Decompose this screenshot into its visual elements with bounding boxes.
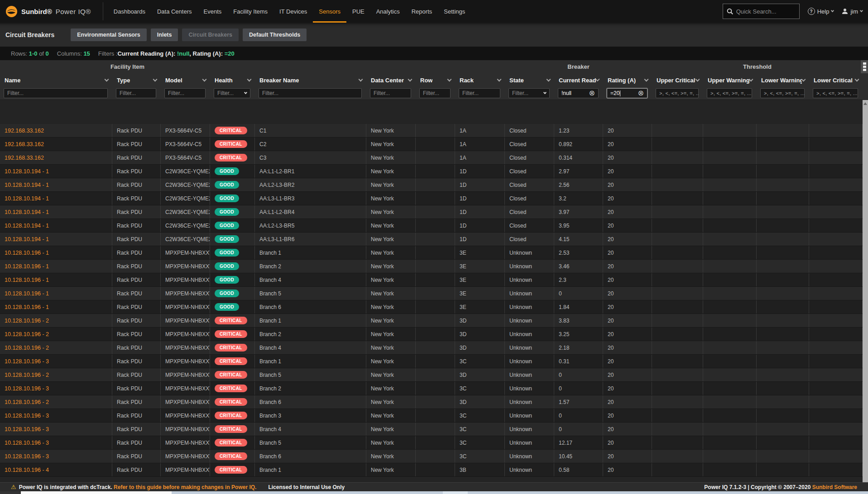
help-menu[interactable]: ? Help [808, 8, 834, 15]
table-row[interactable]: 10.128.10.196 - 2Rack PDUMPXPEM-NHBXXV3C… [0, 368, 863, 382]
table-row[interactable]: 192.168.33.162Rack PDUPX3-5664V-C5CRITIC… [0, 138, 863, 151]
tab-default-thresholds[interactable]: Default Thresholds [243, 28, 307, 41]
cell-name[interactable]: 192.168.33.162 [0, 138, 112, 151]
table-row[interactable]: 10.128.10.196 - 3Rack PDUMPXPEM-NHBXXV3C… [0, 382, 863, 395]
chevron-down-icon[interactable] [247, 77, 252, 81]
cell-name[interactable]: 10.128.10.194 - 1 [0, 178, 112, 191]
chevron-down-icon[interactable] [497, 77, 502, 81]
filter-type[interactable]: Filter... [116, 88, 156, 98]
scroll-up-icon[interactable] [863, 102, 867, 105]
table-row[interactable]: 10.128.10.196 - 1Rack PDUMPXPEM-NHBXXV3G… [0, 273, 863, 287]
clear-filter-icon[interactable]: ⊗ [638, 90, 644, 97]
cell-name[interactable]: 10.128.10.196 - 2 [0, 368, 112, 381]
table-row[interactable]: 10.128.10.196 - 3Rack PDUMPXPEM-NHBXXV3C… [0, 423, 863, 436]
chevron-down-icon[interactable] [105, 77, 109, 81]
sunbird-software-link[interactable]: Sunbird Software [812, 484, 857, 490]
column-header-current-reading[interactable]: Current Reading [554, 73, 603, 87]
clear-filter-icon[interactable]: ⊗ [589, 90, 595, 97]
table-row[interactable]: 10.128.10.196 - 1Rack PDUMPXPEM-NHBXXV3G… [0, 260, 863, 273]
cell-name[interactable]: 10.128.10.196 - 3 [0, 450, 112, 463]
table-row[interactable]: 10.128.10.194 - 1Rack PDUC2W36CE-YQME296… [0, 192, 863, 205]
table-row[interactable]: 10.128.10.196 - 1Rack PDUMPXPEM-NHBXXV3G… [0, 246, 863, 260]
nav-item-sensors[interactable]: Sensors [313, 0, 346, 23]
nav-item-facility-items[interactable]: Facility Items [227, 0, 273, 23]
cell-name[interactable]: 10.128.10.196 - 3 [0, 423, 112, 436]
search-input[interactable] [736, 8, 791, 15]
nav-item-dashboards[interactable]: Dashboards [108, 0, 151, 23]
chevron-down-icon[interactable] [547, 77, 551, 81]
cell-name[interactable]: 10.128.10.194 - 1 [0, 192, 112, 205]
table-row[interactable]: 10.128.10.196 - 2Rack PDUMPXPEM-NHBXXV3C… [0, 328, 863, 341]
column-header-upper-critical[interactable]: Upper Critical [652, 73, 703, 87]
chevron-down-icon[interactable] [695, 77, 700, 81]
cell-name[interactable]: 10.128.10.196 - 2 [0, 395, 112, 408]
column-header-lower-warning[interactable]: Lower Warning [757, 73, 809, 87]
filter-name[interactable]: Filter... [4, 88, 108, 98]
column-chooser-icon[interactable] [861, 60, 868, 73]
column-header-model[interactable]: Model [161, 73, 210, 87]
filter-data-center[interactable]: Filter... [370, 88, 411, 98]
filter-upper-critical[interactable]: >, <, <=, >=, =, ... [656, 88, 699, 98]
cell-name[interactable]: 192.168.33.162 [0, 151, 112, 164]
horizontal-scroll-thumb[interactable] [21, 491, 172, 494]
cell-name[interactable]: 10.128.10.196 - 1 [0, 273, 112, 286]
table-row[interactable]: 10.128.10.196 - 2Rack PDUMPXPEM-NHBXXV3C… [0, 395, 863, 409]
cell-name[interactable]: 10.128.10.196 - 3 [0, 409, 112, 422]
cell-name[interactable]: 10.128.10.196 - 3 [0, 436, 112, 449]
column-header-data-center[interactable]: Data Center [366, 73, 416, 87]
cell-name[interactable]: 10.128.10.196 - 1 [0, 260, 112, 273]
chevron-down-icon[interactable] [447, 77, 452, 81]
brand[interactable]: Sunbird® Power IQ® [5, 5, 98, 18]
filter-lower-warning[interactable]: >, <, <=, >=, =, ... [760, 88, 805, 98]
filter-row[interactable]: Filter... [419, 88, 451, 98]
chevron-down-icon[interactable] [153, 77, 158, 81]
cell-name[interactable]: 10.128.10.196 - 2 [0, 314, 112, 327]
table-row[interactable]: 10.128.10.194 - 1Rack PDUC2W36CE-YQME296… [0, 205, 863, 219]
column-header-health[interactable]: Health [210, 73, 255, 87]
filter-rack[interactable]: Filter... [459, 88, 500, 98]
cell-name[interactable]: 10.128.10.194 - 1 [0, 219, 112, 232]
nav-item-it-devices[interactable]: IT Devices [273, 0, 313, 23]
chevron-down-icon[interactable] [749, 77, 753, 81]
column-header-breaker-name[interactable]: Breaker Name [255, 73, 366, 87]
chevron-down-icon[interactable] [855, 77, 859, 81]
filter-breaker-name[interactable]: Filter... [259, 88, 362, 98]
filter-current-reading[interactable]: !null⊗ [558, 88, 599, 98]
chevron-down-icon[interactable] [202, 77, 207, 81]
column-header-state[interactable]: State [505, 73, 554, 87]
filter-model[interactable]: Filter... [164, 88, 206, 98]
table-row[interactable]: 10.128.10.196 - 1Rack PDUMPXPEM-NHBXXV3G… [0, 287, 863, 300]
table-row[interactable]: 10.128.10.196 - 2Rack PDUMPXPEM-NHBXXV3C… [0, 341, 863, 355]
user-menu[interactable]: jim [842, 8, 863, 15]
cell-name[interactable]: 10.128.10.196 - 3 [0, 355, 112, 368]
table-row[interactable]: 192.168.33.162Rack PDUPX3-5664V-C5CRITIC… [0, 124, 863, 138]
cell-name[interactable]: 10.128.10.196 - 3 [0, 382, 112, 395]
cell-name[interactable]: 10.128.10.196 - 2 [0, 341, 112, 354]
table-row[interactable]: 10.128.10.196 - 3Rack PDUMPXPEM-NHBXXV3C… [0, 436, 863, 450]
cell-name[interactable]: 10.128.10.194 - 1 [0, 205, 112, 218]
table-row[interactable]: 10.128.10.196 - 1Rack PDUMPXPEM-NHBXXV3G… [0, 300, 863, 314]
guide-link[interactable]: Refer to this guide before making change… [114, 484, 256, 490]
column-header-type[interactable]: Type [112, 73, 161, 87]
nav-item-events[interactable]: Events [198, 0, 228, 23]
nav-item-analytics[interactable]: Analytics [370, 0, 406, 23]
table-row[interactable]: 192.168.33.162Rack PDUPX3-5664V-C5CRITIC… [0, 151, 863, 165]
tab-inlets[interactable]: Inlets [151, 28, 178, 41]
chevron-down-icon[interactable] [408, 77, 412, 81]
filter-rating-a[interactable]: =20⊗ [607, 88, 647, 98]
table-row[interactable]: 10.128.10.196 - 4Rack PDUMPXPEM-NHBXXV3C… [0, 463, 863, 477]
nav-item-settings[interactable]: Settings [438, 0, 471, 23]
table-row[interactable]: 10.128.10.194 - 1Rack PDUC2W36CE-YQME296… [0, 219, 863, 233]
table-row[interactable]: 10.128.10.194 - 1Rack PDUC2W36CE-YQME296… [0, 178, 863, 192]
filter-health[interactable]: Filter... [214, 88, 250, 98]
cell-name[interactable]: 192.168.33.162 [0, 124, 112, 137]
table-row[interactable]: 10.128.10.194 - 1Rack PDUC2W36CE-YQME296… [0, 233, 863, 246]
nav-item-data-centers[interactable]: Data Centers [151, 0, 198, 23]
column-header-lower-critical[interactable]: Lower Critical [809, 73, 863, 87]
table-row[interactable]: 10.128.10.196 - 2Rack PDUMPXPEM-NHBXXV3C… [0, 314, 863, 328]
column-header-row[interactable]: Row [416, 73, 455, 87]
table-row[interactable]: 10.128.10.196 - 3Rack PDUMPXPEM-NHBXXV3C… [0, 355, 863, 368]
table-row[interactable]: 10.128.10.196 - 3Rack PDUMPXPEM-NHBXXV3C… [0, 450, 863, 463]
filter-lower-critical[interactable]: >, <, <=, >=, =, ... [813, 88, 858, 98]
chevron-down-icon[interactable] [644, 77, 649, 81]
